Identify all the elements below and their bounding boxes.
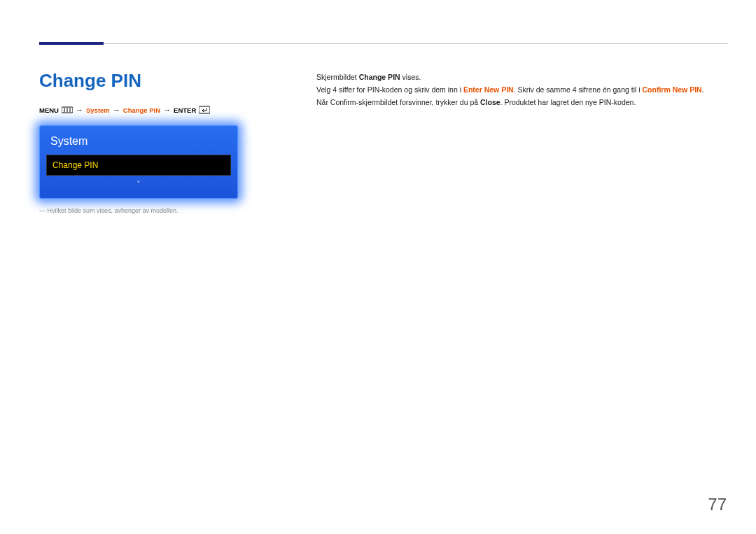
breadcrumb-change-pin: Change PIN [123,106,160,114]
desc-highlight: Confirm New PIN [643,85,702,94]
desc-text: . [702,85,704,94]
enter-icon [199,106,210,114]
description-text: Skjermbildet Change PIN vises. Velg 4 si… [316,71,727,109]
header-rule [104,43,728,44]
breadcrumb-system: System [86,106,110,114]
desc-text: . Skriv de samme 4 sifrene én gang til i [514,85,643,94]
chevron-down-icon[interactable]: ˅ [46,180,231,189]
left-column: Change PIN MENU → System → Change PIN → … [39,70,242,214]
chevron-up-icon[interactable]: ˄ [241,136,245,146]
footnote: ― Hvilket bilde som vises, avhenger av m… [39,207,242,214]
desc-bold: Change PIN [359,73,400,81]
arrow-icon: → [76,106,83,114]
breadcrumb-menu-label: MENU [39,106,59,114]
menu-item-change-pin[interactable]: Change PIN [46,155,231,176]
desc-bold: Close [480,98,500,106]
desc-highlight: Enter New PIN [463,85,514,94]
desc-text: . Produktet har lagret den nye PIN-koden… [500,98,636,106]
arrow-icon: → [113,106,120,114]
breadcrumb: MENU → System → Change PIN → ENTER [39,106,242,114]
header-accent-bar [39,42,104,45]
breadcrumb-enter-label: ENTER [174,106,196,114]
arrow-icon: → [163,106,171,114]
desc-text: Velg 4 siffer for PIN-koden og skriv dem… [316,85,463,94]
desc-text: vises. [400,73,421,81]
panel-title: System [46,135,88,148]
svg-rect-4 [199,106,210,113]
page-title: Change PIN [39,70,242,92]
desc-text: Når Confirm-skjermbildet forsvinner, try… [316,98,480,106]
system-menu-panel: System ˄ Change PIN ˅ [39,125,238,199]
menu-icon [62,106,73,114]
desc-text: Skjermbildet [316,73,359,81]
page-number: 77 [708,495,727,514]
